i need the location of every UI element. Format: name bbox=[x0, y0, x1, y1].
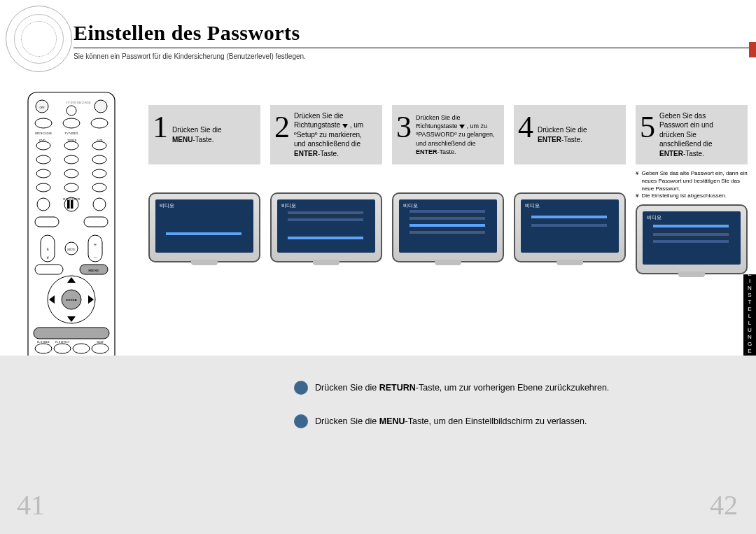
down-triangle-icon bbox=[342, 124, 348, 128]
title-rule bbox=[74, 48, 749, 48]
step-line: Richtungstaste , um zu bbox=[416, 122, 494, 130]
page-subtitle: Sie können ein Passwort für die Kindersi… bbox=[74, 52, 756, 60]
step-5-footnotes: Geben Sie das alte Passwort ein, dann ei… bbox=[636, 170, 748, 200]
step-line: anschließend die bbox=[659, 139, 713, 149]
svg-text:SLEEP: SLEEP bbox=[97, 341, 104, 344]
lower-panel: Drücken Sie die RETURN-Taste, um zur vor… bbox=[0, 356, 756, 534]
tip-return: Drücken Sie die RETURN-Taste, um zur vor… bbox=[294, 381, 742, 395]
step-line: ENTER-Taste. bbox=[538, 135, 587, 145]
svg-text:MUTE: MUTE bbox=[67, 248, 76, 251]
steps-row: 1 Drücken Sie die MENU-Taste. 비디오 2 Drüc… bbox=[148, 105, 748, 274]
page-title: Einstellen des Passworts bbox=[74, 21, 756, 45]
footnote: Geben Sie das alte Passwort ein, dann ei… bbox=[636, 170, 748, 192]
step-line: Drücken Sie die bbox=[294, 111, 363, 121]
step-line: und anschließend die bbox=[416, 139, 494, 148]
step-number: 1 bbox=[151, 109, 172, 160]
svg-text:PL II EFFECT: PL II EFFECT bbox=[55, 341, 70, 344]
step-line: Drücken Sie die bbox=[538, 125, 587, 135]
step-number: 4 bbox=[517, 109, 538, 160]
step-line: ºPASSWORDº zu gelangen, bbox=[416, 130, 494, 139]
step-text: Drücken Sie die MENU-Taste. bbox=[172, 109, 222, 160]
page-number-right: 42 bbox=[710, 489, 738, 521]
screen-thumb-5: 비디오 bbox=[636, 204, 748, 274]
screen-label: 비디오 bbox=[160, 202, 174, 209]
svg-text:TV  DVD RECEIVER: TV DVD RECEIVER bbox=[66, 101, 91, 104]
screen-thumb-1: 비디오 bbox=[148, 192, 260, 262]
svg-rect-48 bbox=[34, 328, 109, 339]
svg-text:−: − bbox=[94, 254, 97, 260]
svg-text:AUX: AUX bbox=[97, 139, 103, 142]
svg-point-5 bbox=[94, 100, 107, 113]
step-4: 4 Drücken Sie die ENTER-Taste. 비디오 bbox=[514, 105, 626, 274]
step-line: Richtungstaste , um bbox=[294, 120, 363, 130]
screen-thumb-3: 비디오 bbox=[392, 192, 504, 262]
down-triangle-icon bbox=[459, 125, 465, 129]
step-3: 3 Drücken Sie die Richtungstaste , um zu… bbox=[392, 105, 504, 274]
tip-text: Drücken Sie die MENU-Taste, um den Einst… bbox=[315, 416, 587, 426]
svg-rect-29 bbox=[67, 200, 70, 209]
step-5-head: 5 Geben Sie das Passwort ein und drücken… bbox=[636, 105, 748, 164]
side-tab-einstellungen: EINSTELLUNGEN bbox=[743, 274, 756, 358]
step-line: drücken Sie bbox=[659, 130, 713, 140]
step-3-head: 3 Drücken Sie die Richtungstaste , um zu… bbox=[392, 105, 504, 164]
svg-text:∧: ∧ bbox=[46, 247, 49, 251]
step-line: und anschließend die bbox=[294, 139, 363, 149]
screen-thumb-2: 비디오 bbox=[270, 192, 382, 262]
tip-menu: Drücken Sie die MENU-Taste, um den Einst… bbox=[294, 414, 742, 428]
tips-box: Drücken Sie die RETURN-Taste, um zur vor… bbox=[294, 381, 742, 428]
svg-rect-30 bbox=[71, 200, 74, 209]
svg-text:MENU: MENU bbox=[88, 269, 99, 272]
page-number-left: 41 bbox=[17, 489, 45, 521]
step-line: ENTER-Taste. bbox=[416, 148, 494, 156]
tip-text: Drücken Sie die RETURN-Taste, um zur vor… bbox=[315, 383, 609, 393]
step-line: MENU-Taste. bbox=[172, 135, 222, 145]
step-number: 5 bbox=[638, 109, 659, 160]
step-line: ºSetupº zu markieren, bbox=[294, 130, 363, 140]
screen-label: 비디오 bbox=[403, 202, 418, 209]
svg-text:ON: ON bbox=[39, 106, 45, 109]
step-4-head: 4 Drücken Sie die ENTER-Taste. bbox=[514, 105, 626, 164]
step-5: 5 Geben Sie das Passwort ein und drücken… bbox=[636, 105, 748, 274]
step-text: Geben Sie das Passwort ein und drücken S… bbox=[659, 109, 713, 160]
step-line: Passwort ein und bbox=[659, 120, 713, 130]
bullet-icon bbox=[294, 414, 308, 428]
svg-text:OPEN/CLOSE: OPEN/CLOSE bbox=[35, 132, 52, 135]
svg-text:TV/VIDEO: TV/VIDEO bbox=[65, 132, 78, 135]
svg-text:SUBWOOFER: SUBWOOFER bbox=[63, 197, 80, 201]
svg-text:PL II MODE: PL II MODE bbox=[37, 341, 50, 344]
step-number: 3 bbox=[395, 109, 416, 160]
step-line: ENTER-Taste. bbox=[659, 149, 713, 159]
screen-label: 비디오 bbox=[647, 214, 662, 221]
screen-label: 비디오 bbox=[525, 202, 540, 209]
screen-label: 비디오 bbox=[281, 202, 296, 209]
step-2-head: 2 Drücken Sie die Richtungstaste , um ºS… bbox=[270, 105, 382, 164]
svg-text:+: + bbox=[94, 241, 97, 248]
svg-text:DVD: DVD bbox=[39, 139, 46, 142]
step-line: Drücken Sie die bbox=[416, 113, 494, 122]
step-line: Drücken Sie die bbox=[172, 125, 222, 135]
bullet-icon bbox=[294, 381, 308, 395]
step-text: Drücken Sie die ENTER-Taste. bbox=[538, 109, 587, 160]
step-text: Drücken Sie die Richtungstaste , um ºSet… bbox=[294, 109, 363, 160]
title-block: Einstellen des Passworts Sie können ein … bbox=[74, 21, 756, 60]
svg-point-26 bbox=[37, 198, 50, 211]
step-1: 1 Drücken Sie die MENU-Taste. 비디오 bbox=[148, 105, 260, 274]
step-2: 2 Drücken Sie die Richtungstaste , um ºS… bbox=[270, 105, 382, 274]
step-line: ENTER-Taste. bbox=[294, 149, 363, 159]
step-text: Drücken Sie die Richtungstaste , um zu º… bbox=[416, 109, 494, 160]
svg-text:ENTER: ENTER bbox=[66, 298, 77, 302]
corner-ornament bbox=[6, 6, 72, 72]
svg-point-28 bbox=[93, 198, 106, 211]
step-1-head: 1 Drücken Sie die MENU-Taste. bbox=[148, 105, 260, 164]
footnote: Die Einstellung ist abgeschlossen. bbox=[636, 192, 748, 200]
step-line: Geben Sie das bbox=[659, 111, 713, 121]
step-number: 2 bbox=[273, 109, 294, 160]
svg-text:TUNER: TUNER bbox=[67, 139, 77, 142]
svg-text:∨: ∨ bbox=[46, 255, 49, 260]
screen-thumb-4: 비디오 bbox=[514, 192, 626, 262]
